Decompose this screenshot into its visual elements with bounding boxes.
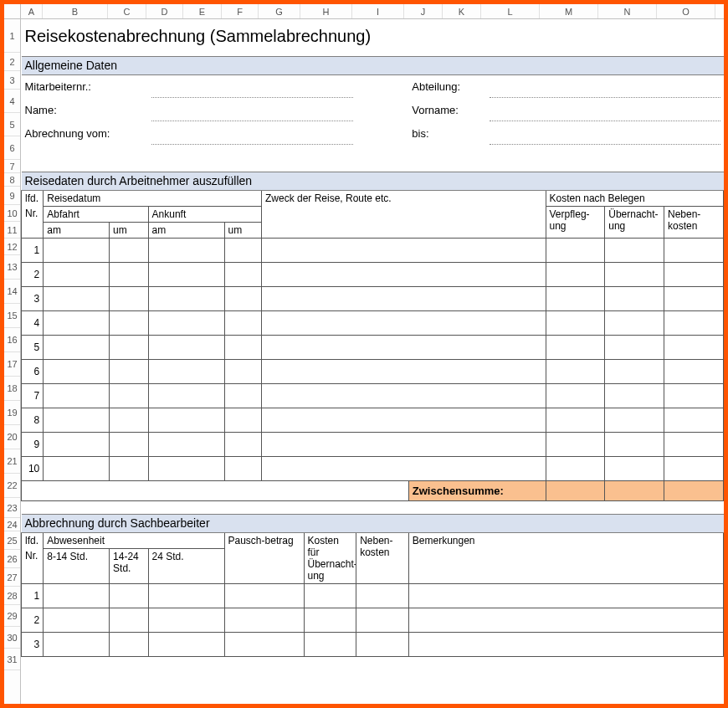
subtotal-verpflegung[interactable] xyxy=(546,480,605,500)
cell-ankunft-um[interactable] xyxy=(224,310,261,335)
cell-8-14[interactable] xyxy=(44,632,110,656)
cell-abfahrt-um[interactable] xyxy=(110,432,148,456)
cell-uebernachtung[interactable] xyxy=(605,238,664,262)
cell-abfahrt-um[interactable] xyxy=(110,286,148,310)
cell-ankunft-um[interactable] xyxy=(224,432,261,456)
cell-nr[interactable]: 4 xyxy=(22,310,44,335)
cell-zweck[interactable] xyxy=(261,359,546,383)
cell-ankunft-um[interactable] xyxy=(224,286,261,310)
cell-ankunft-um[interactable] xyxy=(224,456,261,480)
cell-abfahrt-am[interactable] xyxy=(44,262,110,286)
cell-8-14[interactable] xyxy=(44,608,110,632)
col-header-L[interactable]: L xyxy=(481,4,540,18)
row-header-22[interactable]: 22 xyxy=(4,474,20,498)
cell-nebenkosten[interactable] xyxy=(356,608,409,632)
row-header-1[interactable]: 1 xyxy=(4,19,20,53)
row-header-11[interactable]: 11 xyxy=(4,222,20,239)
cell-ankunft-am[interactable] xyxy=(148,408,224,432)
cell-nr[interactable]: 8 xyxy=(22,408,44,432)
field-department[interactable] xyxy=(490,75,720,99)
col-header-J[interactable]: J xyxy=(404,4,443,18)
cell-uebernachtung[interactable] xyxy=(605,359,664,383)
cell-nr[interactable]: 5 xyxy=(22,335,44,359)
cell-nr[interactable]: 3 xyxy=(22,632,44,656)
cell-zweck[interactable] xyxy=(261,456,546,480)
col-header-M[interactable]: M xyxy=(540,4,598,18)
row-header-15[interactable]: 15 xyxy=(4,304,20,328)
cell-8-14[interactable] xyxy=(44,583,110,608)
cell-nr[interactable]: 6 xyxy=(22,359,44,383)
row-header-29[interactable]: 29 xyxy=(4,605,20,627)
cell-abfahrt-am[interactable] xyxy=(44,456,110,480)
cell-24[interactable] xyxy=(148,583,224,608)
cell-bemerkungen[interactable] xyxy=(408,608,723,632)
cell-nebenkosten[interactable] xyxy=(664,359,723,383)
cell-kosten-uebern[interactable] xyxy=(304,632,356,656)
col-header-E[interactable]: E xyxy=(183,4,222,18)
row-header-4[interactable]: 4 xyxy=(4,90,20,113)
cell-nebenkosten[interactable] xyxy=(664,335,723,359)
col-header-B[interactable]: B xyxy=(43,4,108,18)
worksheet[interactable]: Reisekostenabrechnung (Sammelabrechnung)… xyxy=(21,19,724,704)
row-header-17[interactable]: 17 xyxy=(4,352,20,377)
col-header-C[interactable]: C xyxy=(108,4,146,18)
subtotal-nebenkosten[interactable] xyxy=(664,480,723,500)
field-name[interactable] xyxy=(151,98,353,121)
col-header-F[interactable]: F xyxy=(222,4,259,18)
field-to[interactable] xyxy=(490,121,720,145)
cell-nebenkosten[interactable] xyxy=(664,310,723,335)
row-header-18[interactable]: 18 xyxy=(4,377,20,401)
col-header-N[interactable]: N xyxy=(598,4,657,18)
cell-nr[interactable]: 2 xyxy=(22,608,44,632)
cell-abfahrt-am[interactable] xyxy=(44,286,110,310)
cell-uebernachtung[interactable] xyxy=(605,335,664,359)
cell-nr[interactable]: 10 xyxy=(22,456,44,480)
cell-abfahrt-um[interactable] xyxy=(110,238,148,262)
cell-ankunft-um[interactable] xyxy=(224,262,261,286)
col-header-D[interactable]: D xyxy=(146,4,183,18)
cell-ankunft-um[interactable] xyxy=(224,408,261,432)
cell-uebernachtung[interactable] xyxy=(605,383,664,408)
cell-zweck[interactable] xyxy=(261,335,546,359)
row-header-25[interactable]: 25 xyxy=(4,531,20,550)
cell-abfahrt-um[interactable] xyxy=(110,335,148,359)
cell-ankunft-um[interactable] xyxy=(224,238,261,262)
row-header-3[interactable]: 3 xyxy=(4,71,20,90)
row-header-13[interactable]: 13 xyxy=(4,255,20,280)
field-accounting-from[interactable] xyxy=(151,121,353,145)
row-header-8[interactable]: 8 xyxy=(4,173,20,187)
cell-zweck[interactable] xyxy=(261,286,546,310)
row-header-10[interactable]: 10 xyxy=(4,205,20,222)
cell-verpflegung[interactable] xyxy=(546,335,605,359)
cell-pauschbetrag[interactable] xyxy=(224,608,304,632)
row-header-9[interactable]: 9 xyxy=(4,187,20,205)
cell-abfahrt-um[interactable] xyxy=(110,456,148,480)
cell-pauschbetrag[interactable] xyxy=(224,632,304,656)
cell-nebenkosten[interactable] xyxy=(356,632,409,656)
col-header-K[interactable]: K xyxy=(443,4,481,18)
row-header-16[interactable]: 16 xyxy=(4,328,20,352)
cell-nebenkosten[interactable] xyxy=(664,408,723,432)
cell-uebernachtung[interactable] xyxy=(605,310,664,335)
cell-zweck[interactable] xyxy=(261,238,546,262)
cell-zweck[interactable] xyxy=(261,432,546,456)
row-header-19[interactable]: 19 xyxy=(4,401,20,425)
cell-ankunft-um[interactable] xyxy=(224,359,261,383)
cell-abfahrt-um[interactable] xyxy=(110,408,148,432)
cell-abfahrt-um[interactable] xyxy=(110,310,148,335)
field-employee-no[interactable] xyxy=(151,75,353,99)
subtotal-uebernachtung[interactable] xyxy=(605,480,664,500)
cell-nr[interactable]: 1 xyxy=(22,238,44,262)
row-header-7[interactable]: 7 xyxy=(4,160,20,173)
cell-verpflegung[interactable] xyxy=(546,262,605,286)
row-header-14[interactable]: 14 xyxy=(4,280,20,304)
row-header-30[interactable]: 30 xyxy=(4,627,20,649)
cell-zweck[interactable] xyxy=(261,408,546,432)
cell-abfahrt-am[interactable] xyxy=(44,432,110,456)
cell-verpflegung[interactable] xyxy=(546,359,605,383)
cell-verpflegung[interactable] xyxy=(546,383,605,408)
cell-abfahrt-um[interactable] xyxy=(110,359,148,383)
cell-ankunft-am[interactable] xyxy=(148,359,224,383)
row-header-21[interactable]: 21 xyxy=(4,449,20,474)
col-header-H[interactable]: H xyxy=(300,4,352,18)
